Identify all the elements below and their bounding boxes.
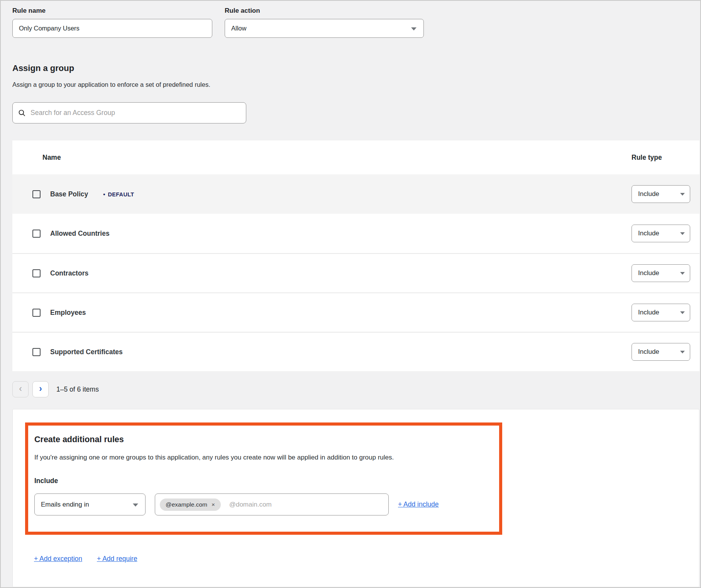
table-row-contractors: Contractors Include: [12, 253, 699, 292]
rule-type-value: Include: [638, 309, 659, 316]
email-tag: @example.com ×: [160, 498, 221, 511]
chevron-down-icon: [680, 232, 685, 235]
rule-name-field: Rule name: [12, 7, 212, 38]
row-checkbox[interactable]: [32, 190, 41, 198]
table-header: Name Rule type: [12, 140, 699, 174]
rule-action-label: Rule action: [225, 7, 424, 15]
email-values-input-box[interactable]: @example.com ×: [155, 493, 389, 515]
row-name: Employees: [50, 309, 86, 317]
add-require-link[interactable]: + Add require: [97, 555, 137, 563]
row-checkbox[interactable]: [32, 309, 41, 317]
rule-action-value: Allow: [231, 25, 246, 32]
assign-group-title: Assign a group: [12, 63, 700, 73]
create-additional-rules-title: Create additional rules: [34, 435, 490, 444]
access-policy-page: Rule name Rule action Allow Assign a gro…: [0, 0, 701, 588]
row-checkbox[interactable]: [32, 348, 41, 356]
rule-type-select[interactable]: Include: [632, 304, 690, 321]
rule-type-select[interactable]: Include: [632, 225, 690, 242]
selector-type-select[interactable]: Emails ending in: [34, 493, 146, 515]
include-rule-builder: Emails ending in @example.com × + Add in…: [34, 493, 490, 515]
add-exception-link[interactable]: + Add exception: [34, 555, 82, 563]
create-additional-rules-description: If you're assigning one or more groups t…: [34, 454, 490, 461]
rule-type-value: Include: [638, 230, 659, 237]
rule-name-input[interactable]: [12, 19, 212, 38]
rule-type-select[interactable]: Include: [632, 264, 690, 282]
row-name: Contractors: [50, 269, 88, 277]
default-badge-label: DEFAULT: [108, 191, 134, 198]
rule-type-value: Include: [638, 190, 659, 198]
next-page-button[interactable]: ›: [32, 381, 49, 397]
search-icon: [18, 109, 26, 117]
rule-type-value: Include: [638, 269, 659, 277]
table-row-employees: Employees Include: [12, 292, 699, 332]
access-group-search[interactable]: [12, 102, 246, 123]
highlighted-rules-box: Create additional rules If you're assign…: [25, 422, 502, 535]
table-row-allowed-countries: Allowed Countries Include: [12, 214, 699, 253]
row-checkbox[interactable]: [32, 269, 41, 277]
email-tag-label: @example.com: [166, 501, 207, 508]
pagination-status: 1–5 of 6 items: [56, 385, 99, 394]
bullet-icon: •: [103, 191, 105, 198]
rule-name-label: Rule name: [12, 7, 212, 15]
add-include-link[interactable]: + Add include: [398, 500, 439, 509]
remove-tag-icon[interactable]: ×: [212, 502, 215, 507]
column-header-rule-type: Rule type: [632, 154, 699, 162]
chevron-right-icon: ›: [39, 384, 42, 393]
email-input[interactable]: [229, 501, 384, 509]
rule-links-row: + Add exception + Add require: [34, 555, 699, 563]
rule-fields-row: Rule name Rule action Allow: [12, 7, 700, 38]
default-badge: • DEFAULT: [103, 191, 134, 198]
selector-type-value: Emails ending in: [41, 501, 89, 509]
access-groups-table: Name Rule type Base Policy • DEFAULT Inc…: [12, 140, 699, 371]
row-checkbox[interactable]: [32, 230, 41, 238]
rule-type-select[interactable]: Include: [632, 185, 690, 203]
chevron-left-icon: ‹: [19, 384, 22, 393]
assign-group-description: Assign a group to your application to en…: [12, 81, 700, 88]
chevron-down-icon: [680, 311, 685, 314]
column-header-name: Name: [12, 154, 61, 162]
row-name: Base Policy: [50, 190, 88, 198]
include-label: Include: [34, 477, 490, 485]
rule-action-select[interactable]: Allow: [225, 19, 424, 38]
pagination: ‹ › 1–5 of 6 items: [12, 381, 700, 397]
table-row-supported-certificates: Supported Certificates Include: [12, 332, 699, 371]
chevron-down-icon: [680, 351, 685, 353]
chevron-down-icon: [680, 272, 685, 275]
previous-page-button[interactable]: ‹: [12, 381, 29, 397]
create-rules-card: Create additional rules If you're assign…: [12, 409, 699, 587]
rule-type-select[interactable]: Include: [632, 343, 690, 361]
table-row-base-policy: Base Policy • DEFAULT Include: [12, 174, 699, 214]
chevron-down-icon: [133, 504, 138, 507]
chevron-down-icon: [411, 27, 417, 30]
search-input[interactable]: [30, 109, 240, 117]
chevron-down-icon: [680, 193, 685, 196]
rule-action-field: Rule action Allow: [225, 7, 424, 38]
row-name: Supported Certificates: [50, 348, 123, 356]
row-name: Allowed Countries: [50, 230, 110, 238]
rule-type-value: Include: [638, 348, 659, 356]
